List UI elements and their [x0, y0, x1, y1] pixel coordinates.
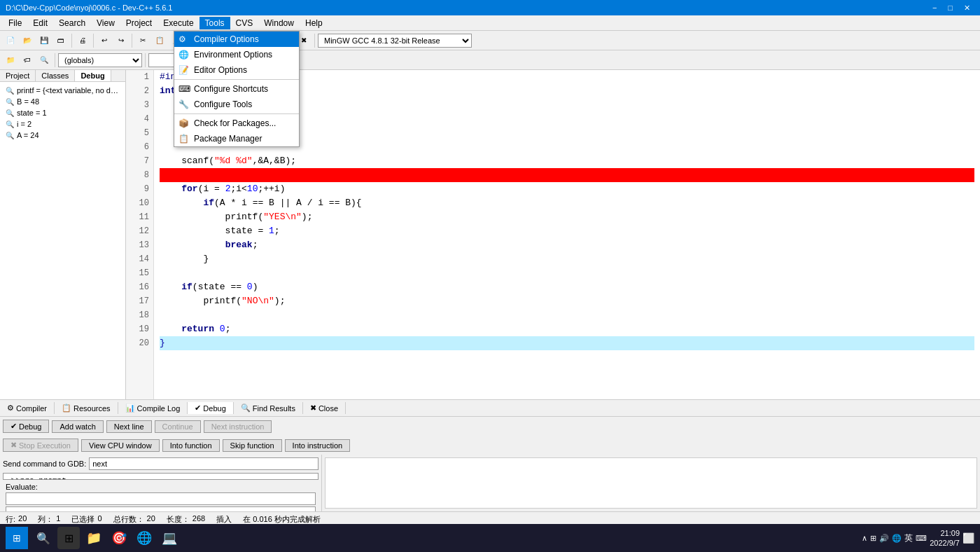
- menu-package-manager[interactable]: 📋 Package Manager: [174, 131, 299, 146]
- gdb-label: Send command to GDB:: [3, 460, 86, 468]
- menu-configure-tools[interactable]: 🔧 Configure Tools: [174, 97, 299, 112]
- tray-notification[interactable]: ⬜: [962, 532, 974, 544]
- tray-icons: ∧ ⊞ 🔊 🌐 英 ⌨: [862, 532, 927, 544]
- taskbar-icon3[interactable]: 🎯: [108, 527, 130, 549]
- stop-execution-btn[interactable]: ✖ Stop Execution: [3, 439, 78, 452]
- next-line-btn[interactable]: Next line: [106, 420, 152, 433]
- compiler-tab-label: Compiler: [16, 404, 47, 413]
- stop-label: Stop Execution: [19, 441, 71, 450]
- menu-configure-shortcuts[interactable]: ⌨ Configure Shortcuts: [174, 81, 299, 97]
- menu-help[interactable]: Help: [300, 17, 328, 29]
- total-value: 20: [147, 514, 155, 525]
- ln-6: 6: [130, 140, 149, 154]
- evaluate-area: Evaluate:: [3, 480, 318, 511]
- into-instruction-label: Into instruction: [293, 441, 343, 450]
- open-btn[interactable]: 📂: [20, 33, 35, 48]
- start-button[interactable]: ⊞: [6, 527, 28, 549]
- menu-window[interactable]: Window: [258, 17, 300, 29]
- globals-select[interactable]: (globals): [58, 53, 142, 67]
- menu-search[interactable]: Search: [53, 17, 91, 29]
- tree-item-A[interactable]: 🔍A = 24: [3, 130, 122, 141]
- taskbar-icon5[interactable]: 💻: [158, 527, 181, 549]
- save-all-btn[interactable]: 🗃: [53, 33, 69, 48]
- tray-up-arrow[interactable]: ∧: [862, 534, 867, 543]
- tree-icon-printf: 🔍: [6, 87, 14, 95]
- dbg-btn[interactable]: 🔍: [36, 53, 52, 68]
- tab-find-results[interactable]: 🔍 Find Results: [234, 402, 303, 414]
- save-btn[interactable]: 💾: [36, 33, 52, 48]
- bottom-tabs: ⚙ Compiler 📋 Resources 📊 Compile Log ✔ D…: [0, 400, 980, 417]
- print-btn[interactable]: 🖨: [75, 33, 90, 48]
- left-panel: Project Classes Debug 🔍printf = {<text v…: [0, 70, 126, 399]
- tree-item-i[interactable]: 🔍i = 2: [3, 118, 122, 130]
- compile-log-tab-icon: 📊: [125, 403, 135, 413]
- status-col: 列： 1: [38, 514, 60, 525]
- menu-cvs[interactable]: CVS: [230, 17, 259, 29]
- evaluate-input[interactable]: [6, 492, 316, 505]
- cut-btn[interactable]: ✂: [135, 33, 150, 48]
- debug-btn-icon: ✔: [10, 422, 17, 431]
- tree-icon-A: 🔍: [6, 132, 14, 139]
- tray-icon1: ⊞: [870, 534, 876, 543]
- configure-tools-icon: 🔧: [178, 99, 189, 109]
- taskbar-search[interactable]: 🔍: [32, 527, 55, 549]
- close-button[interactable]: ✕: [960, 4, 974, 13]
- menu-execute[interactable]: Execute: [158, 17, 199, 29]
- cpu-window-btn[interactable]: View CPU window: [81, 439, 160, 452]
- into-function-btn[interactable]: Into function: [162, 439, 220, 452]
- tray-icon4: ⌨: [916, 534, 927, 543]
- skip-function-btn[interactable]: Skip function: [223, 439, 282, 452]
- menu-editor-options[interactable]: 📝 Editor Options: [174, 62, 299, 78]
- gdb-input[interactable]: [89, 457, 318, 470]
- menu-view[interactable]: View: [91, 17, 120, 29]
- len-label: 长度：: [167, 514, 190, 525]
- tab-compiler[interactable]: ⚙ Compiler: [0, 402, 55, 414]
- redo-btn[interactable]: ↪: [113, 33, 129, 48]
- proj-btn[interactable]: 📁: [3, 53, 18, 68]
- menu-compiler-options[interactable]: ⚙ Compiler Options: [174, 32, 299, 47]
- continue-btn[interactable]: Continue: [155, 420, 201, 433]
- menu-project[interactable]: Project: [120, 17, 158, 29]
- maximize-button[interactable]: □: [944, 4, 957, 13]
- copy-btn[interactable]: 📋: [152, 33, 167, 48]
- taskbar-icon4[interactable]: 🌐: [133, 527, 155, 549]
- menu-tools[interactable]: Tools: [200, 17, 230, 29]
- debug-btn-label: Debug: [19, 422, 41, 431]
- ln-13: 13: [130, 238, 149, 252]
- into-instruction-btn[interactable]: Into instruction: [285, 439, 351, 452]
- tab-debug[interactable]: Debug: [75, 70, 111, 81]
- tab-resources[interactable]: 📋 Resources: [55, 402, 118, 414]
- status-total: 总行数： 20: [113, 514, 155, 525]
- compiler-select[interactable]: MinGW GCC 4.8.1 32-bit Release: [318, 34, 472, 48]
- next-instruction-btn[interactable]: Next instruction: [204, 420, 272, 433]
- add-watch-btn[interactable]: Add watch: [52, 420, 103, 433]
- tray-lang[interactable]: 英: [904, 532, 913, 544]
- menu-environment-options[interactable]: 🌐 Environment Options: [174, 47, 299, 62]
- tab-close[interactable]: ✖ Close: [303, 402, 346, 414]
- tree-item-B[interactable]: 🔍B = 48: [3, 96, 122, 107]
- tab-compile-log[interactable]: 📊 Compile Log: [118, 402, 188, 414]
- tray-icon2: 🔊: [879, 534, 889, 543]
- menu-edit[interactable]: Edit: [27, 17, 53, 29]
- tab-classes[interactable]: Classes: [36, 70, 75, 81]
- tab-debug-bottom[interactable]: ✔ Debug: [188, 402, 233, 414]
- ln-15: 15: [130, 266, 149, 280]
- ln-3: 3: [130, 98, 149, 112]
- debug-btn[interactable]: ✔ Debug: [3, 420, 49, 433]
- taskbar-icon1[interactable]: ⊞: [57, 527, 80, 549]
- tree-item-state[interactable]: 🔍state = 1: [3, 107, 122, 118]
- debug-tab-icon: ✔: [195, 403, 201, 413]
- tab-project[interactable]: Project: [0, 70, 36, 81]
- new-file-btn[interactable]: 📄: [3, 33, 18, 48]
- debug-tree: 🔍printf = {<text variable, no debug info…: [0, 82, 125, 399]
- tree-item-printf[interactable]: 🔍printf = {<text variable, no debug info…: [3, 85, 122, 96]
- menu-sep1: [174, 79, 299, 80]
- cls-btn[interactable]: 🏷: [20, 53, 35, 68]
- minimize-button[interactable]: −: [928, 4, 941, 13]
- undo-btn[interactable]: ↩: [97, 33, 112, 48]
- taskbar-icon2[interactable]: 📁: [83, 527, 105, 549]
- toolbar-secondary: 📁 🏷 🔍 (globals): [0, 50, 980, 70]
- next-instruction-label: Next instruction: [211, 422, 265, 431]
- menu-file[interactable]: File: [3, 17, 27, 29]
- menu-check-packages[interactable]: 📦 Check for Packages...: [174, 116, 299, 131]
